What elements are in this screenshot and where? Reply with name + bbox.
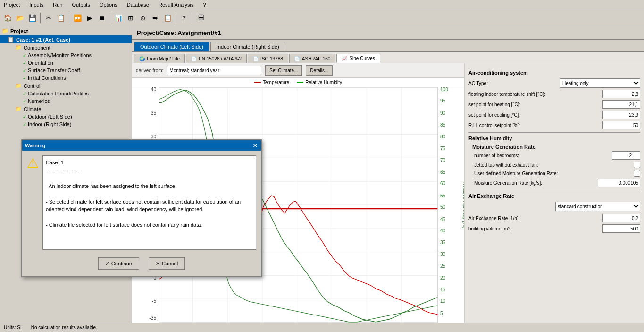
tree-assembly[interactable]: ✓ Assembly/Monitor Positions [0,51,132,59]
svg-text:75: 75 [440,146,446,151]
rh-control-input[interactable] [602,121,640,129]
tab-indoor[interactable]: Indoor Climate (Right Side) [210,42,285,51]
moisture-gen-rate-label: Moisture Generation Rate [kg/s]: [474,180,598,186]
toolbar-new[interactable]: 🏠 [2,12,13,24]
dialog-msg2: - Selected climate for left surface does… [46,198,253,213]
tree-case[interactable]: 📋 Case: 1 #1 (Act. Case) [0,35,132,43]
moisture-gen-rate-input[interactable] [598,179,640,187]
tree-outdoor[interactable]: ✓ Outdoor (Left Side) [0,113,132,120]
toolbar-arrow[interactable]: ➡ [150,12,161,24]
tree-control[interactable]: 📁 Control [0,82,132,90]
map-icon: 🌍 [139,56,145,61]
toolbar-run1[interactable]: ⏩ [72,12,83,24]
toolbar-circle[interactable]: ⊙ [137,12,149,24]
subtab-en15026[interactable]: 📄 EN 15026 / WTA 6-2 [186,54,247,63]
subtab-ashrae160[interactable]: 📄 ASHRAE 160 [289,54,336,63]
warning-dialog: Warning ✕ ⚠ Case: 1 --------------------… [21,139,262,277]
svg-text:55: 55 [440,193,446,198]
toolbar-stop[interactable]: ⏹ [96,12,108,24]
air-exchange-rate-input[interactable] [602,214,640,222]
rh-section-title: Relative Humidity [468,136,640,141]
ac-type-select[interactable]: Heating only Cooling only Heating and Co… [560,78,640,88]
menu-project[interactable]: Project [2,1,22,8]
toolbar-open[interactable]: 📂 [14,12,25,24]
subtab-from-map[interactable]: 🌍 From Map / File [134,54,185,63]
svg-text:-5: -5 [152,298,156,304]
toolbar-help2[interactable]: ? [178,12,190,24]
user-defined-label: User-defined Moisture Generation Rate: [474,171,634,176]
tab-outdoor[interactable]: Outdoor Climate (Left Side) [134,42,209,51]
bedrooms-label: number of bedrooms: [474,153,612,158]
tree-climate[interactable]: 📁 Climate [0,105,132,113]
ashrae-icon: 📄 [294,56,300,61]
tree-numerics[interactable]: ✓ Numerics [0,97,132,105]
toolbar-paste[interactable]: 📋 [162,12,173,24]
sub-tabs: 🌍 From Map / File 📄 EN 15026 / WTA 6-2 📄… [132,52,644,63]
user-defined-checkbox[interactable] [634,170,640,177]
toolbar-save[interactable]: 💾 [26,12,38,24]
toolbar-monitor[interactable]: 🖥 [195,12,206,24]
toolbar-cut[interactable]: ✂ [43,12,54,24]
subtab-iso13788[interactable]: 📄 ISO 13788 [248,54,288,63]
menu-outputs[interactable]: Outputs [70,1,92,8]
set-point-cooling-input[interactable] [602,111,640,119]
air-exchange-rate-label: Air Exchange Rate [1/h]: [468,216,602,221]
details-btn[interactable]: Details... [306,65,333,76]
building-volume-input[interactable] [602,224,640,233]
air-exchange-type-select[interactable]: standard construction tight construction… [555,202,640,211]
subtab-sine-curves[interactable]: 📈 Sine Curves [336,54,380,63]
dialog-close-btn[interactable]: ✕ [252,142,258,149]
floating-temp-input[interactable] [602,90,640,98]
tree-component[interactable]: 📁 Component [0,43,132,51]
menu-result-analysis[interactable]: Result Analysis [157,1,196,8]
tree-orientation[interactable]: ✓ Orientation [0,59,132,67]
tree-calc-period[interactable]: ✓ Calculation Period/Profiles [0,90,132,97]
menu-inputs[interactable]: Inputs [27,1,45,8]
set-climate-btn[interactable]: Set Climate... [265,65,302,76]
set-point-heating-label: set point for heating [°C]: [468,102,602,107]
continue-btn[interactable]: ✓ Continue [98,257,139,270]
set-point-cooling-row: set point for cooling [°C]: [468,111,640,119]
temperature-legend-color [254,82,261,83]
derived-value-input[interactable] [167,66,261,75]
menu-run[interactable]: Run [51,1,64,8]
jetted-tub-checkbox[interactable] [634,162,640,168]
dialog-body: ⚠ Case: 1 -------------------- - An indo… [22,151,261,276]
svg-text:80: 80 [440,134,446,139]
tree-root-project[interactable]: 📁 Project [0,26,132,35]
set-point-heating-input[interactable] [602,100,640,109]
toolbar-sep1 [40,13,41,23]
bedrooms-input[interactable] [612,151,640,160]
tree-initial-conditions[interactable]: ✓ Initial Conditions [0,74,132,82]
bedrooms-row: number of bedrooms: [468,151,640,160]
tree-indoor[interactable]: ✓ Indoor (Right Side) [0,120,132,128]
menu-database[interactable]: Database [125,1,151,8]
legend-temperature: Temperature [254,80,289,85]
moisture-gen-rate-row: Moisture Generation Rate [kg/s]: [468,179,640,187]
toolbar-grid[interactable]: ⊞ [125,12,136,24]
tree-surface-transfer[interactable]: ✓ Surface Transfer Coeff. [0,67,132,74]
legend-humidity: Relative Humidity [297,80,342,85]
svg-text:95: 95 [440,98,446,103]
svg-text:40: 40 [440,228,446,233]
toolbar-run2[interactable]: ▶ [84,12,95,24]
toolbar-table[interactable]: 📊 [113,12,124,24]
toolbar-copy[interactable]: 📋 [55,12,67,24]
en-icon: 📄 [191,56,197,61]
continue-check-icon: ✓ [105,261,109,267]
svg-text:15: 15 [440,287,446,292]
status-bar: Units: SI No calculation results availab… [0,323,644,332]
svg-text:70: 70 [440,157,446,162]
svg-text:90: 90 [440,111,446,116]
dialog-titlebar: Warning ✕ [22,140,261,151]
rh-control-label: R.H. control setpoint [%]: [468,123,602,128]
set-point-cooling-label: set point for cooling [°C]: [468,112,602,118]
svg-text:5: 5 [440,311,443,316]
cancel-btn[interactable]: ✕ Cancel [149,257,185,270]
toolbar: 🏠 📂 💾 ✂ 📋 ⏩ ▶ ⏹ 📊 ⊞ ⊙ ➡ 📋 ? 🖥 [0,9,644,26]
building-volume-label: building volume [m³]: [468,226,602,231]
status-text: No calculation results available. [31,325,97,330]
svg-text:60: 60 [440,181,446,186]
menu-options[interactable]: Options [98,1,119,8]
menu-help[interactable]: ? [201,1,208,8]
